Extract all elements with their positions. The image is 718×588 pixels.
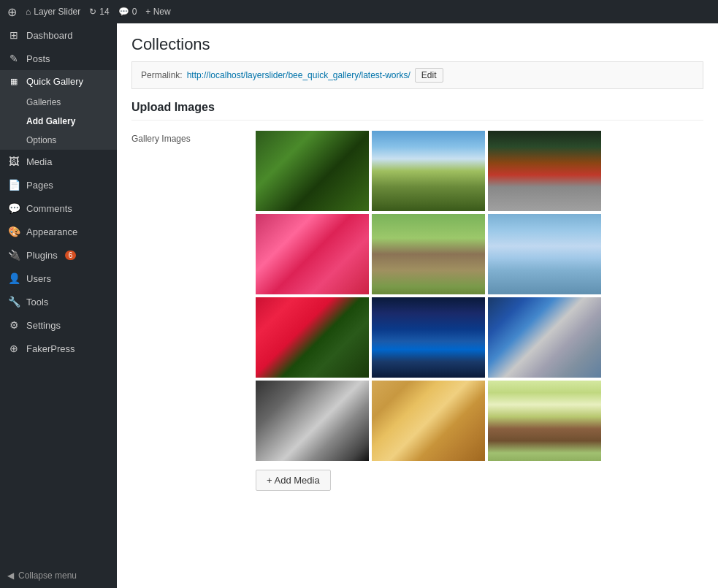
admin-bar: ⊕ ⌂ Layer Slider ↻ 14 💬 0 + New — [0, 0, 718, 23]
permalink-url[interactable]: http://localhost/layerslider/bee_quick_g… — [187, 70, 410, 80]
updates-button[interactable]: ↻ 14 — [89, 7, 109, 17]
pages-icon: 📄 — [7, 179, 20, 191]
collapse-icon: ◀ — [7, 570, 14, 581]
gallery-image-inner-8 — [372, 297, 485, 378]
comments-sidebar-icon: 💬 — [7, 202, 20, 214]
new-content-button[interactable]: + New — [145, 7, 170, 17]
sidebar-label-media: Media — [26, 156, 52, 167]
upload-section: Upload Images Gallery Images + Add Media — [131, 101, 703, 491]
gallery-grid: + Add Media — [256, 131, 703, 491]
sidebar-item-dashboard[interactable]: ⊞ Dashboard — [0, 23, 117, 47]
gallery-image-inner-7 — [256, 297, 369, 378]
galleries-label: Galleries — [26, 97, 61, 107]
gallery-image-12[interactable] — [488, 381, 601, 461]
comments-icon: 💬 — [118, 7, 129, 17]
sidebar-item-posts[interactable]: ✎ Posts — [0, 47, 117, 70]
dashboard-icon: ⊞ — [7, 29, 20, 41]
gallery-image-inner-1 — [256, 131, 369, 211]
appearance-icon: 🎨 — [7, 226, 20, 237]
gallery-image-inner-10 — [256, 381, 369, 461]
gallery-image-11[interactable] — [372, 381, 485, 461]
collapse-menu-button[interactable]: ◀ Collapse menu — [0, 563, 117, 588]
wp-logo-button[interactable]: ⊕ — [7, 5, 17, 19]
sidebar-sub-galleries[interactable]: Galleries — [0, 93, 117, 112]
posts-icon: ✎ — [7, 53, 20, 64]
tools-icon: 🔧 — [7, 296, 20, 308]
gallery-image-inner-4 — [256, 214, 369, 294]
gallery-image-5[interactable] — [372, 214, 485, 294]
content-area: Collections Permalink: http://localhost/… — [117, 23, 718, 588]
sidebar-label-quick-gallery: Quick Gallery — [26, 76, 83, 87]
site-name: Layer Slider — [34, 7, 80, 17]
options-label: Options — [26, 135, 56, 145]
sidebar-label-plugins: Plugins — [26, 250, 58, 261]
gallery-image-inner-2 — [372, 131, 485, 211]
gallery-image-inner-5 — [372, 214, 485, 294]
updates-count: 14 — [99, 7, 109, 17]
gallery-layout: Gallery Images + Add Media — [131, 131, 703, 491]
sidebar-label-posts: Posts — [26, 53, 50, 64]
sidebar: ⊞ Dashboard ✎ Posts ▦ Quick Gallery Gall… — [0, 23, 117, 588]
site-name-button[interactable]: ⌂ Layer Slider — [26, 7, 80, 17]
sidebar-item-fakerpress[interactable]: ⊕ FakerPress — [0, 337, 117, 360]
add-media-button[interactable]: + Add Media — [256, 470, 331, 491]
permalink-edit-button[interactable]: Edit — [415, 68, 443, 83]
gallery-image-6[interactable] — [488, 214, 601, 294]
gallery-image-10[interactable] — [256, 381, 369, 461]
gallery-image-9[interactable] — [488, 297, 601, 378]
add-gallery-label: Add Gallery — [26, 116, 75, 126]
sidebar-item-tools[interactable]: 🔧 Tools — [0, 290, 117, 313]
sidebar-item-pages[interactable]: 📄 Pages — [0, 173, 117, 196]
sidebar-item-appearance[interactable]: 🎨 Appearance — [0, 220, 117, 243]
comments-count: 0 — [132, 7, 137, 17]
gallery-image-inner-6 — [488, 214, 601, 294]
comments-button[interactable]: 💬 0 — [118, 7, 137, 17]
sidebar-sub-quick-gallery: Galleries Add Gallery Options — [0, 93, 117, 150]
collapse-label: Collapse menu — [18, 570, 77, 581]
content-inner: Collections Permalink: http://localhost/… — [117, 23, 718, 588]
permalink-label: Permalink: — [141, 70, 183, 80]
gallery-image-inner-11 — [372, 381, 485, 461]
sidebar-label-appearance: Appearance — [26, 226, 77, 237]
gallery-image-3[interactable] — [488, 131, 601, 211]
section-title: Upload Images — [131, 101, 703, 121]
quick-gallery-icon: ▦ — [7, 77, 20, 86]
gallery-image-8[interactable] — [372, 297, 485, 378]
sidebar-sub-add-gallery[interactable]: Add Gallery — [0, 112, 117, 131]
updates-icon: ↻ — [89, 7, 96, 17]
page-title: Collections — [131, 23, 703, 61]
fakerpress-icon: ⊕ — [7, 343, 20, 354]
settings-icon: ⚙ — [7, 319, 20, 331]
sidebar-label-users: Users — [26, 273, 51, 284]
sidebar-label-fakerpress: FakerPress — [26, 343, 75, 354]
gallery-image-4[interactable] — [256, 214, 369, 294]
image-grid — [256, 131, 703, 461]
new-label: + New — [145, 7, 170, 17]
plugins-icon: 🔌 — [7, 249, 20, 261]
sidebar-item-comments[interactable]: 💬 Comments — [0, 196, 117, 220]
gallery-images-label: Gallery Images — [131, 131, 241, 491]
sidebar-item-settings[interactable]: ⚙ Settings — [0, 313, 117, 337]
main-layout: ⊞ Dashboard ✎ Posts ▦ Quick Gallery Gall… — [0, 23, 718, 588]
gallery-image-2[interactable] — [372, 131, 485, 211]
sidebar-item-quick-gallery[interactable]: ▦ Quick Gallery — [0, 70, 117, 93]
sidebar-item-users[interactable]: 👤 Users — [0, 267, 117, 290]
sidebar-label-comments: Comments — [26, 203, 72, 214]
gallery-image-inner-12 — [488, 381, 601, 461]
sidebar-label-pages: Pages — [26, 180, 53, 191]
sidebar-label-settings: Settings — [26, 320, 61, 331]
home-icon: ⌂ — [26, 7, 31, 17]
wp-logo-icon: ⊕ — [7, 5, 17, 19]
gallery-image-inner-3 — [488, 131, 601, 211]
permalink-bar: Permalink: http://localhost/layerslider/… — [131, 61, 703, 89]
gallery-image-inner-9 — [488, 297, 601, 378]
sidebar-item-media[interactable]: 🖼 Media — [0, 150, 117, 173]
sidebar-item-plugins[interactable]: 🔌 Plugins 6 — [0, 243, 117, 267]
gallery-image-7[interactable] — [256, 297, 369, 378]
gallery-image-1[interactable] — [256, 131, 369, 211]
media-icon: 🖼 — [7, 156, 20, 167]
plugins-badge: 6 — [65, 251, 77, 260]
sidebar-sub-options[interactable]: Options — [0, 131, 117, 150]
sidebar-label-dashboard: Dashboard — [26, 30, 73, 41]
users-icon: 👤 — [7, 272, 20, 284]
